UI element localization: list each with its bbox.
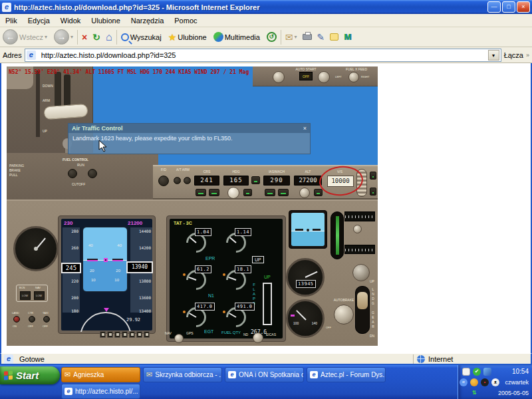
menu-edycja[interactable]: Edycja [23, 15, 55, 27]
bcn-switch: LOW [20, 291, 31, 300]
address-input[interactable]: e http://aztec.histo.pl/download.php?id=… [25, 49, 501, 62]
minimize-button[interactable]: — [487, 1, 501, 13]
pfd-bezel: 230 280 260 220 200 180 245 40 [58, 215, 156, 334]
tray-collapse-chevron-icon[interactable]: « [460, 378, 467, 386]
gps-selector-label: GPS [186, 331, 194, 335]
stop-icon[interactable]: × [82, 33, 87, 42]
heading-arc [80, 307, 133, 332]
internet-zone-icon [417, 355, 425, 363]
home-icon[interactable]: ⌂ [106, 33, 112, 42]
spd-button [265, 189, 275, 196]
close-button[interactable]: × [517, 1, 530, 13]
autopilot-mcp: F/D A/T ARM CRS 241 HDG 165 IAS/MACH 290… [153, 165, 378, 200]
clock-date: 2005-05-05 [489, 388, 529, 398]
window-titlebar[interactable]: e http://aztec.histo.pl/download.php?id=… [0, 0, 532, 14]
address-url[interactable]: http://aztec.histo.pl/download.php?id=32… [41, 51, 176, 59]
forward-dropdown-icon[interactable]: ▾ [70, 34, 73, 40]
forward-icon[interactable]: → [54, 29, 69, 45]
main-panel: BCN NAV LOW LOW LAND ON CTR OFF TAXI OFF [7, 200, 378, 346]
print-icon[interactable] [303, 34, 312, 40]
fuel-control-knob [68, 169, 77, 178]
menu-pomoc[interactable]: Pomoc [169, 15, 202, 27]
at-arm-label: A/T ARM [172, 168, 194, 172]
fuel-run-label: RUN [77, 163, 84, 167]
speed-tick: 200 [71, 295, 78, 300]
refresh-icon[interactable]: ↻ [92, 33, 100, 42]
links-label[interactable]: Łącza [504, 51, 523, 59]
trim-screw [353, 225, 362, 233]
back-dropdown-icon[interactable]: ▾ [45, 34, 47, 40]
task-label: Agnieszka [73, 371, 104, 378]
back-icon[interactable]: ← [3, 29, 18, 45]
speed-tick: 180 [71, 309, 78, 313]
flaps-up-label: UP [264, 275, 271, 279]
asi-bug [291, 315, 295, 317]
n1-label: N1 [208, 293, 214, 298]
pitch-mark: 20 [90, 269, 94, 273]
taskbar-item-ona-i-on[interactable]: e ONA i ON Spotkania o... [225, 367, 304, 382]
menu-ulubione[interactable]: Ulubione [86, 15, 125, 27]
toolbar: ← Wstecz ▾ → ▾ × ↻ ⌂ Wyszukaj ★ Ulubione… [0, 27, 532, 47]
mail-icon[interactable]: ✉ [285, 33, 293, 42]
pfd-alt-target: 21200 [128, 220, 142, 226]
gear-lever-slot [36, 70, 40, 137]
light-switch-placard: BCN NAV LOW LOW [16, 285, 48, 302]
lever-dn-label: DN [370, 334, 374, 338]
autobrake-knob [334, 305, 354, 325]
discuss-icon[interactable] [330, 33, 338, 41]
taskbar-item-agnieszka[interactable]: ✉ Agnieszka [61, 367, 140, 382]
menu-widok[interactable]: Widok [55, 15, 86, 27]
heading-bug [104, 308, 109, 312]
favorites-star-icon[interactable]: ★ [168, 33, 177, 42]
throttle-lever [64, 74, 70, 108]
links-chevron-icon[interactable]: » [526, 52, 529, 59]
taskbar-item-aztec-download[interactable]: e http://aztec.histo.pl/... [61, 384, 140, 399]
favorites-label[interactable]: Ulubione [178, 33, 206, 41]
tray-app-icon[interactable]: • [481, 378, 489, 386]
pedestal: PARKING BRAKE PULL FUEL CONTROL RUN CUTO… [7, 153, 158, 200]
back-label[interactable]: Wstecz [19, 33, 43, 41]
tray-shield-check-icon[interactable]: ✔ [473, 368, 481, 376]
egt-readout-1: 417.0 [195, 303, 215, 311]
address-dropdown-icon[interactable]: ▾ [488, 50, 499, 61]
maximize-button[interactable]: □ [502, 1, 515, 13]
messenger-icon[interactable]: M [344, 32, 351, 42]
menu-plik[interactable]: Plik [0, 15, 23, 27]
throttle-lever [55, 72, 61, 109]
search-icon[interactable] [121, 33, 129, 41]
n1-readout-2: 18.1 [235, 265, 251, 273]
speed-readout: 245 [61, 263, 81, 273]
flap-handle [43, 104, 88, 120]
mach-button [278, 189, 289, 196]
pitch-mark: 40 [88, 243, 93, 247]
tray-transfer-arrows-icon[interactable]: ⇅ [470, 389, 478, 397]
xfeed-right-label: RIGHT [361, 75, 369, 78]
media-globe-icon[interactable] [213, 32, 223, 42]
ie-page-icon: e [65, 388, 72, 395]
adi-center-box [104, 258, 108, 262]
bezel-button [107, 331, 113, 338]
tray-gadu-gadu-icon[interactable] [470, 378, 478, 386]
history-icon[interactable]: ↺ [267, 32, 277, 42]
nav-selector-label: NAV [165, 331, 172, 335]
speed-tick: 220 [71, 279, 78, 283]
pfd-screen: 230 280 260 220 200 180 245 40 [61, 219, 152, 331]
tray-clock[interactable]: 10:54 czwartek 2005-05-05 [489, 366, 529, 398]
menu-narzedzia[interactable]: Narzędzia [126, 15, 170, 27]
mail-icon: ✉ [146, 371, 152, 378]
task-label: Skrzynka odbiorcza - ... [155, 371, 222, 378]
tray-document-icon[interactable] [462, 368, 470, 376]
task-label: Aztec.pl - Forum Dys... [321, 371, 386, 378]
edit-icon[interactable]: ✎ [317, 33, 325, 42]
altitude-readout: 13940 [126, 261, 153, 273]
mail-dropdown-icon[interactable]: ▾ [295, 34, 297, 40]
start-button[interactable]: Start [0, 366, 60, 384]
media-label[interactable]: Multimedia [225, 33, 260, 41]
bezel-button [144, 331, 150, 338]
taskbar-item-aztec-forum[interactable]: e Aztec.pl - Forum Dys... [307, 367, 386, 382]
search-label[interactable]: Wyszukaj [130, 33, 162, 41]
pitch-mark: 40 [117, 243, 122, 247]
taskbar-item-inbox[interactable]: ✉ Skrzynka odbiorcza - ... [143, 367, 222, 382]
ie-page-icon: e [310, 371, 318, 378]
clock-time: 10:54 [489, 366, 529, 377]
